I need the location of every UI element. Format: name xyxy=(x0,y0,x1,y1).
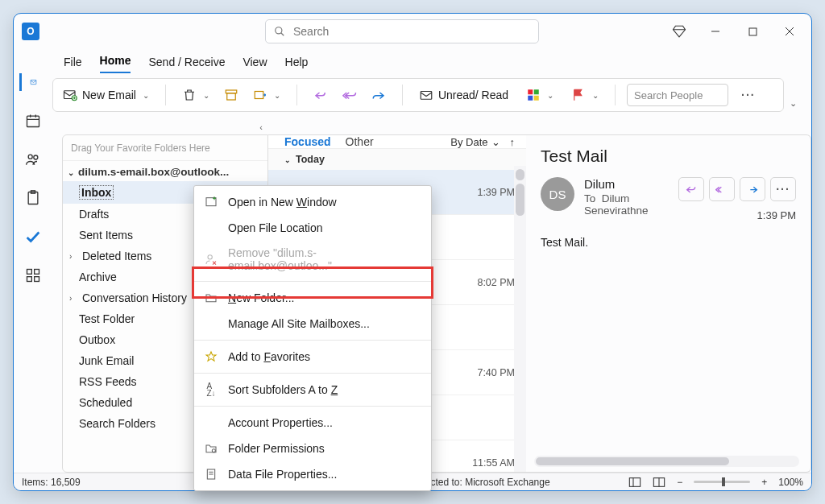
zoom-in-button[interactable]: + xyxy=(761,477,767,488)
permissions-icon xyxy=(204,441,218,456)
svg-rect-22 xyxy=(27,270,32,275)
read-forward-button[interactable] xyxy=(740,177,765,201)
ctx-new-folder[interactable]: New Folder... xyxy=(194,285,431,311)
nav-rail xyxy=(14,49,52,473)
menu-view[interactable]: View xyxy=(243,56,267,73)
menu-home[interactable]: Home xyxy=(100,54,131,73)
reply-all-icon xyxy=(342,88,357,102)
search-people-input[interactable]: Search People xyxy=(627,84,728,106)
sort-az-icon: AZ↓ xyxy=(204,382,218,397)
delete-button[interactable]: ⌄ xyxy=(177,85,214,105)
rail-mail[interactable] xyxy=(19,73,37,91)
forward-button[interactable] xyxy=(367,85,391,105)
search-input[interactable]: Search xyxy=(265,19,539,43)
maximize-button[interactable] xyxy=(734,14,771,49)
ribbon-more-button[interactable]: ··· xyxy=(736,85,761,105)
unread-read-button[interactable]: Unread/ Read xyxy=(414,85,513,105)
ctx-manage-mailboxes[interactable]: Manage All Site Mailboxes... xyxy=(194,311,431,337)
svg-point-31 xyxy=(208,255,212,259)
folder-icon xyxy=(204,291,218,305)
msg-scrollbar[interactable] xyxy=(514,166,526,472)
rail-calendar[interactable] xyxy=(24,112,42,130)
premium-icon[interactable] xyxy=(661,14,697,49)
archive-button[interactable] xyxy=(219,85,243,105)
read-reply-button[interactable] xyxy=(678,177,704,201)
trash-icon xyxy=(182,88,197,102)
ctx-add-favorites[interactable]: Add to Favorites xyxy=(194,344,431,370)
avatar: DS xyxy=(541,177,574,211)
unread-label: Unread/ Read xyxy=(438,89,508,101)
svg-rect-15 xyxy=(534,96,539,101)
svg-rect-9 xyxy=(227,93,236,100)
envelope-icon xyxy=(419,88,433,102)
close-button[interactable] xyxy=(771,14,808,49)
flag-button[interactable]: ⌄ xyxy=(566,85,603,105)
reply-all-button[interactable] xyxy=(338,85,362,105)
ctx-account-properties[interactable]: Account Properties... xyxy=(194,410,431,436)
group-today[interactable]: ⌄Today xyxy=(268,149,526,170)
rail-people[interactable] xyxy=(24,151,42,168)
svg-rect-13 xyxy=(534,89,539,94)
mail-body: Test Mail. xyxy=(541,236,796,249)
menu-bar: File Home Send / Receive View Help xyxy=(52,49,811,73)
flag-icon xyxy=(571,88,586,102)
menu-help[interactable]: Help xyxy=(285,56,309,73)
menu-file[interactable]: File xyxy=(64,56,82,73)
ctx-sort-subfolders[interactable]: AZ↓Sort Subfolders A to Z xyxy=(194,377,431,403)
tab-other[interactable]: Other xyxy=(346,135,374,148)
zoom-slider[interactable] xyxy=(694,481,750,483)
reply-button[interactable] xyxy=(309,85,333,105)
svg-rect-11 xyxy=(421,92,432,100)
svg-rect-25 xyxy=(35,277,39,282)
categorize-button[interactable]: ⌄ xyxy=(521,85,558,105)
mail-plus-icon xyxy=(63,88,77,102)
content-area: ‹ Drag Your Favorite Folders Here ⌄dilum… xyxy=(62,134,811,473)
mail-subject: Test Mail xyxy=(541,147,796,166)
reading-pane: Test Mail DS Dilum To Dilum Senevirathne… xyxy=(526,134,811,473)
ctx-open-file-location[interactable]: Open File Location xyxy=(194,215,431,241)
minimize-button[interactable] xyxy=(697,14,734,49)
rail-more[interactable] xyxy=(24,266,42,284)
mail-to-label: To xyxy=(584,192,595,204)
new-email-label: New Email xyxy=(82,89,136,101)
svg-rect-24 xyxy=(27,277,32,282)
move-icon xyxy=(253,88,267,102)
ribbon: New Email⌄ ⌄ ⌄ Unread/ Read ⌄ ⌄ Search P… xyxy=(52,78,784,112)
move-button[interactable]: ⌄ xyxy=(248,85,285,105)
ctx-folder-permissions[interactable]: Folder Permissions xyxy=(194,436,431,461)
svg-rect-17 xyxy=(27,116,39,126)
window-plus-icon xyxy=(204,195,218,209)
sort-by-button[interactable]: By Date⌄↑ xyxy=(450,136,515,148)
svg-point-19 xyxy=(34,155,38,159)
search-people-placeholder: Search People xyxy=(634,89,703,101)
search-icon xyxy=(274,26,285,37)
read-reply-all-button[interactable] xyxy=(709,177,735,201)
read-more-button[interactable]: ··· xyxy=(770,177,796,201)
view-reading-icon[interactable] xyxy=(653,477,665,488)
rail-tasks[interactable] xyxy=(24,189,42,207)
svg-line-1 xyxy=(281,33,284,36)
ctx-data-file-properties[interactable]: Data File Properties... xyxy=(194,461,431,487)
view-normal-icon[interactable] xyxy=(628,477,641,488)
svg-rect-3 xyxy=(749,28,757,35)
mail-time: 1:39 PM xyxy=(757,209,796,221)
menu-send-receive[interactable]: Send / Receive xyxy=(148,56,225,73)
zoom-value: 100% xyxy=(778,477,803,488)
star-icon xyxy=(204,349,218,364)
ribbon-expand-button[interactable]: ⌄ xyxy=(784,98,802,109)
status-item-count: Items: 16,509 xyxy=(22,477,81,488)
svg-rect-26 xyxy=(630,477,641,486)
search-placeholder: Search xyxy=(293,25,329,38)
outlook-icon: O xyxy=(22,23,39,40)
rail-todo[interactable] xyxy=(24,228,42,246)
account-header[interactable]: ⌄dilum.s-email.box@outlook... xyxy=(63,161,267,181)
person-remove-icon xyxy=(204,252,218,266)
zoom-out-button[interactable]: − xyxy=(677,477,682,488)
reading-hscroll[interactable] xyxy=(534,456,799,467)
svg-rect-14 xyxy=(528,96,533,101)
svg-rect-12 xyxy=(528,89,533,94)
new-email-button[interactable]: New Email⌄ xyxy=(58,85,154,105)
ctx-open-new-window[interactable]: Open in New Window xyxy=(194,189,431,215)
titlebar: O Search xyxy=(14,14,811,49)
collapse-folder-pane[interactable]: ‹ xyxy=(259,122,263,132)
